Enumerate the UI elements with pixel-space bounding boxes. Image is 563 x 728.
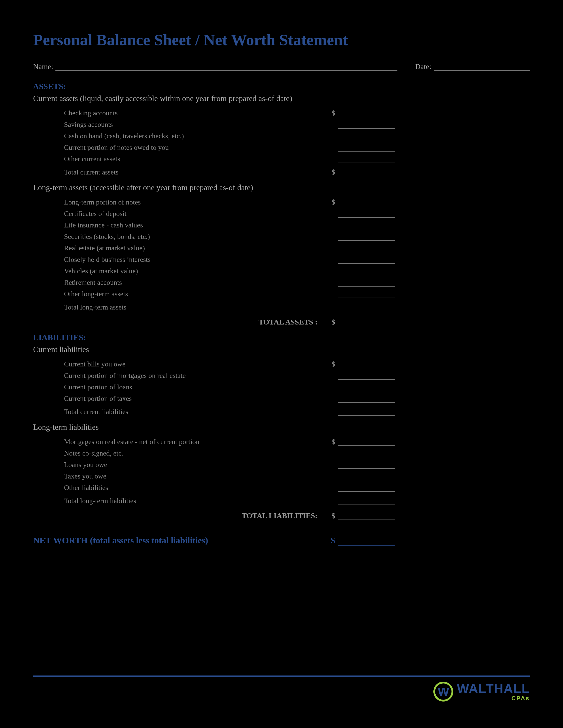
logo-sub-text: CPAs xyxy=(512,695,530,701)
liabilities-heading: LIABILITIES: xyxy=(33,333,530,342)
item-label: Current portion of mortgages on real est… xyxy=(64,372,326,380)
item-label: Other current assets xyxy=(64,155,326,163)
item-label: Securities (stocks, bonds, etc.) xyxy=(64,233,326,241)
amount-input[interactable] xyxy=(338,222,395,229)
item-label: Current portion of notes owed to you xyxy=(64,143,326,152)
item-label: Real estate (at market value) xyxy=(64,244,326,252)
item-label: Loans you owe xyxy=(64,461,326,469)
line-item: Other long-term assets xyxy=(64,288,395,298)
amount-input[interactable] xyxy=(338,291,395,298)
line-item: Loans you owe xyxy=(64,459,395,469)
item-label: Life insurance - cash values xyxy=(64,221,326,229)
line-item: Cash on hand (cash, travelers checks, et… xyxy=(64,130,395,140)
header-fields: Name: Date: xyxy=(33,62,530,71)
item-label: Current bills you owe xyxy=(64,360,326,368)
amount-input[interactable] xyxy=(338,439,395,446)
line-item: Mortgages on real estate - net of curren… xyxy=(64,436,395,446)
currency-symbol: $ xyxy=(326,318,338,326)
logo-letter: W xyxy=(438,685,449,698)
item-label: Retirement accounts xyxy=(64,278,326,287)
currency-symbol: $ xyxy=(326,535,338,546)
item-label: Certificates of deposit xyxy=(64,210,326,218)
net-worth-label: NET WORTH (total assets less total liabi… xyxy=(33,535,326,546)
longterm-assets-rows: Long-term portion of notes $ Certificate… xyxy=(64,196,395,311)
currency-symbol: $ xyxy=(326,360,338,368)
item-label: Notes co-signed, etc. xyxy=(64,449,326,457)
currency-symbol: $ xyxy=(326,512,338,520)
amount-input[interactable] xyxy=(338,245,395,252)
item-label: Other long-term assets xyxy=(64,290,326,298)
longterm-liabilities-rows: Mortgages on real estate - net of curren… xyxy=(64,436,395,505)
logo-mark-icon: W xyxy=(433,682,453,702)
item-label: Checking accounts xyxy=(64,109,326,117)
amount-input[interactable] xyxy=(338,409,395,416)
amount-input[interactable] xyxy=(338,156,395,163)
amount-input[interactable] xyxy=(338,110,395,117)
amount-input[interactable] xyxy=(338,373,395,380)
name-field[interactable]: Name: xyxy=(33,62,398,71)
amount-input[interactable] xyxy=(338,133,395,140)
subtotal-label: Total long-term assets xyxy=(64,303,326,311)
subtotal-label: Total long-term liabilities xyxy=(64,497,326,505)
line-item: Retirement accounts xyxy=(64,276,395,287)
item-label: Closely held business interests xyxy=(64,255,326,264)
amount-input[interactable] xyxy=(338,485,395,492)
logo-text: WALTHALL CPAs xyxy=(457,682,530,701)
amount-input[interactable] xyxy=(338,498,395,505)
line-item: Certificates of deposit xyxy=(64,208,395,218)
subtotal-label: Total current assets xyxy=(64,168,326,176)
currency-symbol: $ xyxy=(326,168,338,176)
amount-input[interactable] xyxy=(338,199,395,206)
date-field[interactable]: Date: xyxy=(415,62,530,71)
net-worth-row: NET WORTH (total assets less total liabi… xyxy=(33,533,395,546)
amount-input[interactable] xyxy=(338,268,395,275)
amount-input[interactable] xyxy=(338,122,395,129)
line-item: Life insurance - cash values xyxy=(64,219,395,229)
date-input-line[interactable] xyxy=(434,64,530,71)
total-assets-row: TOTAL ASSETS : $ xyxy=(33,315,395,326)
amount-input[interactable] xyxy=(338,234,395,241)
item-label: Other liabilities xyxy=(64,484,326,492)
subtotal-row: Total long-term assets xyxy=(64,301,395,311)
name-label: Name: xyxy=(33,62,53,71)
line-item: Current portion of taxes xyxy=(64,392,395,403)
subtotal-row: Total long-term liabilities xyxy=(64,495,395,505)
amount-input[interactable] xyxy=(338,384,395,391)
amount-input[interactable] xyxy=(338,280,395,287)
item-label: Vehicles (at market value) xyxy=(64,267,326,275)
amount-input[interactable] xyxy=(338,144,395,152)
amount-input[interactable] xyxy=(338,473,395,480)
footer: W WALTHALL CPAs xyxy=(33,675,530,702)
logo: W WALTHALL CPAs xyxy=(33,682,530,702)
amount-input[interactable] xyxy=(338,396,395,403)
footer-divider xyxy=(33,675,530,677)
name-input-line[interactable] xyxy=(55,64,398,71)
item-label: Savings accounts xyxy=(64,120,326,129)
amount-input[interactable] xyxy=(338,462,395,469)
item-label: Current portion of taxes xyxy=(64,394,326,403)
amount-input[interactable] xyxy=(338,538,395,546)
line-item: Other liabilities xyxy=(64,482,395,492)
amount-input[interactable] xyxy=(338,319,395,326)
amount-input[interactable] xyxy=(338,304,395,311)
line-item: Closely held business interests xyxy=(64,253,395,264)
total-assets-label: TOTAL ASSETS : xyxy=(33,318,326,326)
currency-symbol: $ xyxy=(326,109,338,117)
current-liabilities-rows: Current bills you owe $ Current portion … xyxy=(64,358,395,416)
page: Personal Balance Sheet / Net Worth State… xyxy=(0,0,563,728)
subtotal-row: Total current liabilities xyxy=(64,406,395,416)
line-item: Taxes you owe xyxy=(64,470,395,480)
longterm-assets-subtitle: Long-term assets (accessible after one y… xyxy=(33,183,530,192)
amount-input[interactable] xyxy=(338,513,395,520)
current-assets-subtitle: Current assets (liquid, easily accessibl… xyxy=(33,94,530,103)
line-item: Current portion of mortgages on real est… xyxy=(64,370,395,380)
amount-input[interactable] xyxy=(338,361,395,368)
currency-symbol: $ xyxy=(326,198,338,206)
amount-input[interactable] xyxy=(338,450,395,457)
line-item: Current bills you owe $ xyxy=(64,358,395,368)
amount-input[interactable] xyxy=(338,257,395,264)
amount-input[interactable] xyxy=(338,169,395,176)
amount-input[interactable] xyxy=(338,211,395,218)
line-item: Notes co-signed, etc. xyxy=(64,447,395,457)
line-item: Checking accounts $ xyxy=(64,107,395,117)
